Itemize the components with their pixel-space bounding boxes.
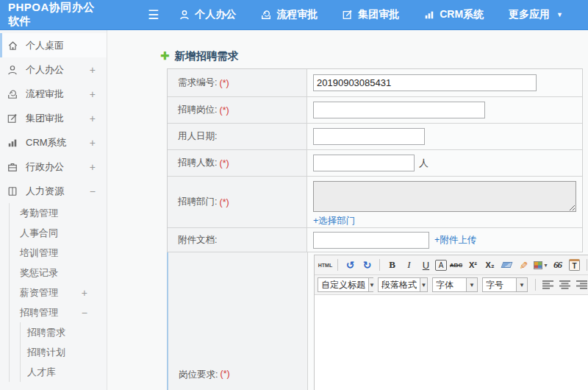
sidebar-item-admin-office[interactable]: 行政办公 +: [0, 155, 107, 179]
home-icon: [7, 40, 20, 51]
clipboard-icon: T: [569, 259, 580, 271]
required-mark: (*): [219, 78, 229, 88]
align-center-button[interactable]: [557, 277, 573, 293]
nav-more-apps[interactable]: 更多应用 ▼: [509, 8, 563, 21]
sidebar-item-training[interactable]: 培训管理: [10, 243, 107, 263]
custom-heading-select[interactable]: 自定义标题 ▼: [318, 277, 373, 292]
hire-date-input[interactable]: [313, 128, 425, 145]
expand-plus-icon[interactable]: +: [82, 287, 87, 299]
sidebar-item-label: 招聘需求: [27, 326, 65, 339]
nav-label: CRM系统: [440, 8, 484, 21]
recruit-demand-form: 需求编号: (*) 招聘岗位: (*) 用人日期:: [167, 68, 583, 390]
expand-plus-icon[interactable]: +: [90, 113, 96, 124]
sidebar-item-group-approve[interactable]: 集团审批 +: [0, 106, 107, 130]
add-plus-icon: ✚: [160, 49, 170, 63]
sidebar-item-hr-contract[interactable]: 人事合同: [10, 223, 107, 243]
bg-color-button[interactable]: ▾: [533, 258, 548, 273]
group-approve-icon: [7, 113, 20, 124]
caret-down-icon: ▼: [516, 278, 527, 291]
position-input[interactable]: [313, 102, 485, 118]
sidebar-item-recruit-plan[interactable]: 招聘计划: [21, 342, 107, 362]
expand-plus-icon[interactable]: +: [90, 64, 96, 76]
align-center-icon: [559, 280, 571, 289]
required-mark: (*): [219, 197, 229, 208]
sidebar-item-label: 考勤管理: [20, 207, 58, 220]
form-row-department: 招聘部门: (*) +选择部门: [168, 177, 582, 228]
attachment-input[interactable]: [313, 232, 429, 249]
align-left-icon: [542, 280, 554, 289]
crm-chart-icon: [424, 10, 434, 20]
form-row-demand-no: 需求编号: (*): [168, 69, 582, 97]
nav-crm[interactable]: CRM系统: [424, 8, 484, 21]
palette-icon: [534, 261, 542, 269]
format-painter-button[interactable]: ✎: [516, 258, 531, 273]
sidebar-item-salary[interactable]: 薪资管理 +: [10, 283, 107, 302]
nav-personal-office[interactable]: 个人办公: [179, 8, 236, 21]
sidebar-item-label: 个人桌面: [26, 39, 64, 52]
toolbar-separator: [535, 279, 536, 291]
top-nav: 个人办公 流程审批 集团审批 CRM系统 更多应用 ▼: [179, 8, 588, 21]
sidebar-item-personal-office[interactable]: 个人办公 +: [0, 57, 107, 82]
remove-format-button[interactable]: [499, 258, 514, 273]
nav-label: 流程审批: [276, 8, 318, 21]
sidebar-item-label: 人事合同: [20, 227, 58, 240]
select-department-link[interactable]: +选择部门: [313, 215, 355, 227]
sidebar-item-crm[interactable]: CRM系统 +: [0, 130, 107, 155]
superscript-button[interactable]: X²: [465, 258, 481, 273]
attachment-upload-link[interactable]: +附件上传: [434, 234, 476, 247]
hamburger-menu-icon[interactable]: ☰: [148, 9, 159, 21]
toolbar-separator: [379, 259, 380, 271]
department-textarea[interactable]: [313, 181, 576, 212]
underline-button[interactable]: U: [418, 258, 434, 273]
strikethrough-button[interactable]: ABC: [448, 258, 464, 273]
paste-as-text-button[interactable]: T: [567, 258, 582, 273]
sidebar-item-label: 奖惩记录: [20, 266, 58, 280]
font-size-select[interactable]: 字号 ▼: [482, 277, 528, 292]
hr-submenu: 考勤管理 人事合同 培训管理 奖惩记录 薪资管理 + 招聘管理 − 招聘需求 招…: [9, 203, 107, 382]
nav-flow-approve[interactable]: 流程审批: [261, 8, 318, 21]
paragraph-format-select[interactable]: 段落格式 ▼: [378, 277, 428, 292]
sidebar-item-talent-pool[interactable]: 人才库: [21, 362, 107, 382]
sidebar-item-hr[interactable]: 人力资源 −: [0, 179, 107, 203]
blockquote-button[interactable]: 66: [550, 258, 565, 273]
caret-down-icon: ▼: [420, 278, 427, 291]
brush-icon: ✎: [518, 260, 530, 269]
align-right-button[interactable]: [574, 277, 588, 293]
headcount-unit: 人: [419, 157, 429, 170]
field-label: 用人日期:: [168, 124, 307, 149]
sidebar-item-recruit-demand[interactable]: 招聘需求: [21, 322, 107, 342]
sidebar-item-recruit-mgmt[interactable]: 招聘管理 −: [10, 302, 107, 322]
editor-content-area[interactable]: [315, 295, 588, 390]
collapse-minus-icon[interactable]: −: [90, 185, 96, 197]
font-family-select[interactable]: 字体 ▼: [432, 277, 478, 292]
html-source-button[interactable]: HTML: [318, 258, 333, 273]
redo-button[interactable]: ↻: [359, 258, 375, 273]
headcount-input[interactable]: [313, 155, 415, 171]
expand-plus-icon[interactable]: +: [90, 88, 96, 100]
sidebar: 个人桌面 个人办公 + 流程审批 + 集团审批 + CRM系统 + 行政办公 +: [0, 30, 107, 390]
italic-button[interactable]: I: [401, 258, 417, 273]
align-right-icon: [576, 280, 588, 289]
sidebar-item-rewards[interactable]: 奖惩记录: [10, 263, 107, 283]
demand-no-input[interactable]: [313, 74, 537, 91]
expand-plus-icon[interactable]: +: [90, 137, 96, 149]
align-left-button[interactable]: [540, 277, 556, 293]
field-label: 招聘人数: (*): [168, 150, 307, 176]
caret-down-icon: ▼: [368, 278, 375, 291]
sidebar-item-label: 个人办公: [26, 63, 64, 77]
sidebar-item-personal-desktop[interactable]: 个人桌面: [0, 33, 107, 57]
subscript-button[interactable]: X₂: [482, 258, 498, 273]
field-label: 岗位要求: (*): [168, 252, 308, 390]
undo-button[interactable]: ↺: [343, 258, 358, 273]
crm-chart-icon: [7, 137, 20, 148]
user-icon: [7, 64, 20, 75]
collapse-minus-icon[interactable]: −: [82, 307, 87, 319]
bold-button[interactable]: B: [384, 258, 400, 273]
editor-toolbar-row1: HTML ↺ ↻ B I U A ABC X² X₂ ✎: [315, 255, 588, 275]
toolbar-separator: [337, 259, 338, 271]
expand-plus-icon[interactable]: +: [90, 161, 96, 173]
font-style-button[interactable]: A: [435, 260, 447, 271]
nav-group-approve[interactable]: 集团审批: [343, 8, 399, 21]
sidebar-item-attendance[interactable]: 考勤管理: [10, 203, 107, 223]
sidebar-item-flow-approve[interactable]: 流程审批 +: [0, 82, 107, 106]
